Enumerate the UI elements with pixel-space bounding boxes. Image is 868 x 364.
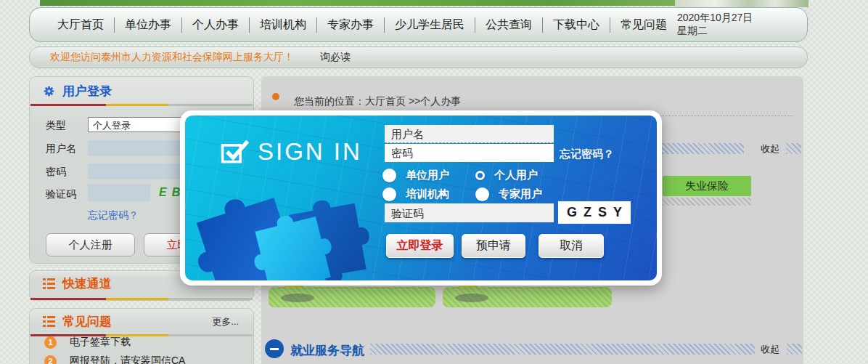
employment-section-title: 就业服务导航	[290, 342, 364, 359]
nav-item-training[interactable]: 培训机构	[249, 17, 316, 33]
check-square-icon	[220, 137, 249, 166]
nav-menu: 大厅首页 单位办事 个人办事 培训机构 专家办事 少儿学生居民 公共查询 下载中…	[47, 17, 677, 33]
forgot-password-link[interactable]: 忘记密码？	[88, 209, 139, 222]
number-badge: 2	[44, 355, 57, 364]
modal-captcha-image[interactable]: GZSY	[558, 201, 631, 224]
section-stripe	[370, 344, 755, 355]
faq-item-text: 网报登陆，请安装国信CA	[70, 355, 185, 364]
captcha-field[interactable]	[88, 184, 150, 201]
modal-background: SIGN IN 忘记密码？ 单位用户 个人用户 培训机构 专家用户 GZSY 立…	[185, 116, 657, 280]
user-login-title: 用户登录	[62, 83, 112, 100]
shadow	[455, 294, 488, 302]
radio-expert-user[interactable]: 专家用户	[475, 187, 542, 201]
sign-in-logo: SIGN IN	[220, 137, 362, 166]
modal-forgot-password-link[interactable]: 忘记密码？	[560, 147, 614, 161]
faq-header: 常见问题 更多...	[30, 309, 253, 334]
modal-captcha-field[interactable]	[385, 203, 554, 222]
list-icon	[43, 278, 55, 289]
register-button[interactable]: 个人注册	[46, 233, 135, 256]
gear-icon	[43, 86, 55, 97]
nav-item-expert[interactable]: 专家办事	[316, 17, 384, 33]
modal-username-field[interactable]	[385, 125, 554, 143]
sign-in-text: SIGN IN	[258, 138, 362, 166]
unemployment-insurance-button[interactable]: 失业保险	[663, 176, 751, 196]
radio-label: 培训机构	[406, 187, 449, 201]
faq-item-1[interactable]: 1 电子签章下载	[44, 336, 131, 349]
nav-item-home[interactable]: 大厅首页	[47, 17, 114, 33]
banner-people-photo	[675, 0, 808, 7]
radio-personal-user[interactable]: 个人用户	[475, 169, 538, 182]
section-stripe	[786, 143, 801, 154]
password-label: 密码	[46, 166, 66, 179]
minus-circle-icon[interactable]	[265, 339, 284, 358]
faq-item-2[interactable]: 2 网报登陆，请安装国信CA	[44, 355, 185, 364]
quick-channel-title: 快速通道	[62, 275, 112, 292]
faq-more-link[interactable]: 更多...	[212, 315, 239, 328]
list-icon	[43, 316, 55, 327]
radio-unit-user[interactable]: 单位用户	[382, 169, 449, 182]
shadow	[281, 294, 314, 302]
top-navigation: 大厅首页 单位办事 个人办事 培训机构 专家办事 少儿学生居民 公共查询 下载中…	[29, 7, 808, 42]
divider	[30, 298, 253, 300]
sign-in-modal: SIGN IN 忘记密码？ 单位用户 个人用户 培训机构 专家用户 GZSY 立…	[180, 110, 662, 286]
modal-password-field[interactable]	[385, 144, 554, 162]
divider	[30, 104, 253, 106]
radio-icon[interactable]	[475, 171, 485, 180]
nav-item-faq[interactable]: 常见问题	[610, 17, 677, 33]
radio-icon[interactable]	[475, 187, 489, 201]
radio-label: 单位用户	[406, 169, 449, 182]
username-label: 用户名	[46, 142, 76, 155]
modal-login-button[interactable]: 立即登录	[386, 234, 454, 258]
collapse-link-employment[interactable]: 收起	[761, 343, 779, 356]
notice-ticker-link[interactable]: 询必读	[320, 51, 351, 64]
user-login-header: 用户登录	[30, 77, 253, 104]
collapse-link-personal[interactable]: 收起	[761, 142, 779, 155]
captcha-label: 验证码	[46, 188, 76, 201]
breadcrumb: 您当前的位置：大厅首页 >>个人办事	[294, 95, 461, 108]
nav-item-download[interactable]: 下载中心	[542, 17, 610, 33]
radio-label: 个人用户	[494, 169, 538, 182]
login-type-label: 类型	[46, 119, 66, 132]
faq-item-text: 电子签章下载	[70, 336, 131, 349]
faq-panel: 常见问题 更多... 1 电子签章下载 2 网报登陆，请安装国信CA	[29, 308, 254, 364]
banner-grass-photo	[40, 0, 675, 6]
nav-item-unit[interactable]: 单位办事	[114, 17, 181, 33]
button-stripe	[663, 198, 751, 206]
modal-preapply-button[interactable]: 预申请	[462, 234, 525, 258]
modal-cancel-button[interactable]: 取消	[539, 234, 604, 258]
nav-item-personal[interactable]: 个人办事	[181, 17, 249, 33]
current-date: 2020年10月27日 星期二	[677, 12, 785, 38]
number-badge: 1	[44, 336, 57, 349]
radio-icon[interactable]	[382, 187, 396, 201]
welcome-message: 欢迎您访问泰州市人力资源和社会保障网上服务大厅！	[50, 51, 294, 64]
faq-title: 常见问题	[62, 313, 112, 330]
radio-label: 专家用户	[499, 187, 542, 201]
radio-icon[interactable]	[382, 169, 396, 182]
location-pin-icon	[272, 93, 279, 100]
section-stripe	[787, 344, 802, 355]
nav-item-query[interactable]: 公共查询	[475, 17, 542, 33]
nav-item-students[interactable]: 少儿学生居民	[384, 17, 475, 33]
welcome-bar: 欢迎您访问泰州市人力资源和社会保障网上服务大厅！ 询必读	[29, 46, 808, 68]
radio-training-org[interactable]: 培训机构	[382, 187, 449, 201]
